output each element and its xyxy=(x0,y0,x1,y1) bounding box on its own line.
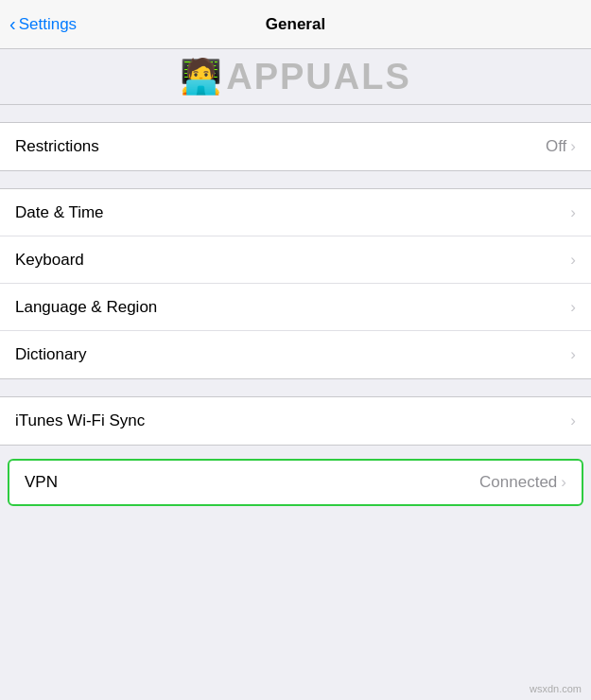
language-region-chevron-icon: › xyxy=(570,298,576,317)
datetime-group: Date & Time › Keyboard › Language & Regi… xyxy=(0,188,591,379)
language-region-label: Language & Region xyxy=(15,298,157,317)
vpn-right: Connected › xyxy=(479,473,566,492)
mascot-icon: 🧑‍💻 xyxy=(180,57,222,96)
date-time-row[interactable]: Date & Time › xyxy=(0,189,591,236)
back-chevron-icon: ‹ xyxy=(9,14,16,33)
dictionary-chevron-icon: › xyxy=(570,345,576,364)
restrictions-row[interactable]: Restrictions Off › xyxy=(0,123,591,170)
keyboard-chevron-icon: › xyxy=(570,251,576,270)
vpn-wrapper: VPN Connected › xyxy=(0,455,591,510)
brand-logo: 🧑‍💻 APPUALS xyxy=(180,57,411,97)
restrictions-group: Restrictions Off › xyxy=(0,122,591,171)
back-button[interactable]: ‹ Settings xyxy=(9,15,77,34)
vpn-row[interactable]: VPN Connected › xyxy=(8,459,583,506)
restrictions-chevron-icon: › xyxy=(570,137,576,156)
itunes-wifi-sync-row[interactable]: iTunes Wi-Fi Sync › xyxy=(0,397,591,445)
keyboard-row[interactable]: Keyboard › xyxy=(0,236,591,284)
itunes-wifi-sync-chevron-icon: › xyxy=(570,411,576,430)
dictionary-label: Dictionary xyxy=(15,345,87,364)
gap-2 xyxy=(0,171,591,188)
language-region-row[interactable]: Language & Region › xyxy=(0,284,591,331)
gap-1 xyxy=(0,105,591,122)
restrictions-label: Restrictions xyxy=(15,137,99,156)
gap-3 xyxy=(0,379,591,396)
vpn-chevron-icon: › xyxy=(561,473,566,492)
date-time-label: Date & Time xyxy=(15,203,104,222)
vpn-status: Connected xyxy=(479,473,557,492)
bottom-credit: wsxdn.com xyxy=(530,679,582,696)
gap-4 xyxy=(0,446,591,455)
restrictions-value: Off xyxy=(546,137,566,156)
brand-area: 🧑‍💻 APPUALS xyxy=(0,49,591,104)
brand-text: APPUALS xyxy=(226,57,411,97)
back-label: Settings xyxy=(19,15,77,34)
date-time-chevron-icon: › xyxy=(570,203,576,222)
navigation-bar: ‹ Settings General xyxy=(0,0,591,49)
dictionary-row[interactable]: Dictionary › xyxy=(0,331,591,378)
vpn-label: VPN xyxy=(25,473,58,492)
itunes-wifi-sync-label: iTunes Wi-Fi Sync xyxy=(15,411,145,430)
keyboard-right: › xyxy=(570,251,576,270)
date-time-right: › xyxy=(570,203,576,222)
keyboard-label: Keyboard xyxy=(15,251,84,270)
credit-text: wsxdn.com xyxy=(530,683,582,694)
page-title: General xyxy=(266,15,325,34)
dictionary-right: › xyxy=(570,345,576,364)
itunes-group: iTunes Wi-Fi Sync › xyxy=(0,396,591,446)
itunes-wifi-sync-right: › xyxy=(570,411,576,430)
language-region-right: › xyxy=(570,298,576,317)
restrictions-right: Off › xyxy=(546,137,576,156)
